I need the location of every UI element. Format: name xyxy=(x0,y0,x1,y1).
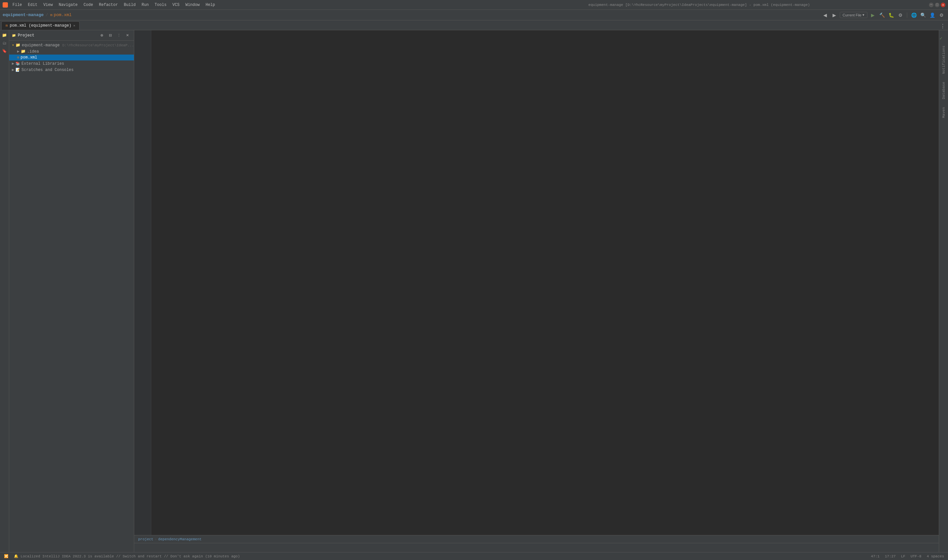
scratches-expand-icon: ▶ xyxy=(12,68,14,72)
tree-external-libraries[interactable]: ▶ 📚 External Libraries xyxy=(9,60,134,67)
menu-item-refactor[interactable]: Refactor xyxy=(96,2,121,8)
main-toolbar: equipment-manage / m pom.xml ◀ ▶ Current… xyxy=(0,10,948,20)
encoding-indicator[interactable]: UTF-8 xyxy=(909,554,923,558)
project-panel: 📁 Project ⊕ ⊟ ⋮ ✕ ▾ 📁 equipment-manage D… xyxy=(9,30,134,552)
database-label[interactable]: Database xyxy=(941,80,946,101)
gutter xyxy=(151,30,158,535)
breadcrumb-project[interactable]: project xyxy=(138,537,153,541)
tab-pom-xml[interactable]: m pom.xml (equipment-manage) ✕ xyxy=(1,22,80,30)
tab-label: pom.xml (equipment-manage) xyxy=(10,23,71,28)
indent-indicator[interactable]: 4 spaces xyxy=(925,554,945,558)
maven-label[interactable]: Maven xyxy=(941,105,946,120)
tab-close-button[interactable]: ✕ xyxy=(73,24,75,28)
project-folder-icon2: 📁 xyxy=(15,43,20,48)
run-config-button[interactable]: ⚙ xyxy=(896,11,904,19)
tab-more-button[interactable]: ⋮ xyxy=(939,22,947,30)
pom-file-label: pom.xml xyxy=(21,55,37,60)
bottom-tab-bar xyxy=(134,543,939,552)
breadcrumb-sep1: › xyxy=(154,537,157,541)
window-title: equipment-manage [D:\YhcResource\myProje… xyxy=(469,3,929,7)
toolbar-separator xyxy=(907,12,907,18)
close-button[interactable]: ✕ xyxy=(941,3,945,7)
ext-lib-expand-icon: ▶ xyxy=(12,61,14,66)
debug-button[interactable]: 🐛 xyxy=(887,11,895,19)
tab-bar: m pom.xml (equipment-manage) ✕ ⋮ xyxy=(0,20,948,30)
breadcrumb-dependency-management[interactable]: dependencyManagement xyxy=(158,537,202,541)
toolbar-file-name[interactable]: pom.xml xyxy=(54,12,72,17)
project-panel-header: 📁 Project ⊕ ⊟ ⋮ ✕ xyxy=(9,30,134,41)
main-content: 📁 🗂 🔖 📁 Project ⊕ ⊟ ⋮ ✕ ▾ 📁 equipment-ma… xyxy=(0,30,948,552)
window-controls[interactable]: ─ □ ✕ xyxy=(929,3,945,7)
project-close-button[interactable]: ✕ xyxy=(124,32,131,40)
ext-lib-label: External Libraries xyxy=(22,62,64,66)
project-collapse-button[interactable]: ⊟ xyxy=(106,32,114,40)
navigate-back-button[interactable]: ◀ xyxy=(821,11,829,19)
structure-toggle[interactable]: 🗂 xyxy=(1,40,8,47)
git-icon[interactable]: 🔀 xyxy=(3,554,10,558)
menu-item-run[interactable]: Run xyxy=(139,2,151,8)
tree-pom-file[interactable]: m pom.xml xyxy=(9,55,134,60)
line-sep-indicator[interactable]: LF xyxy=(900,554,906,558)
breadcrumb: project › dependencyManagement xyxy=(134,535,939,543)
menu-bar: FileEditViewNavigateCodeRefactorBuildRun… xyxy=(10,2,469,8)
menu-item-help[interactable]: Help xyxy=(203,2,218,8)
title-bar: FileEditViewNavigateCodeRefactorBuildRun… xyxy=(0,0,948,10)
tree-idea-folder[interactable]: ▶ 📁 .idea xyxy=(9,48,134,55)
pom-file-icon: m xyxy=(17,55,19,60)
menu-item-navigate[interactable]: Navigate xyxy=(56,2,80,8)
project-panel-title: Project xyxy=(18,33,34,38)
minimize-button[interactable]: ─ xyxy=(929,3,934,7)
notifications-label[interactable]: Notifications xyxy=(941,44,946,76)
tree-scratches[interactable]: ▶ 📝 Scratches and Consoles xyxy=(9,67,134,73)
project-expand-icon: ▾ xyxy=(12,43,14,48)
menu-item-tools[interactable]: Tools xyxy=(152,2,169,8)
code-editor[interactable] xyxy=(158,30,939,535)
run-button[interactable]: ▶ xyxy=(869,11,877,19)
project-folder-icon: 📁 xyxy=(12,34,16,37)
menu-item-window[interactable]: Window xyxy=(183,2,202,8)
navigate-forward-button[interactable]: ▶ xyxy=(831,11,838,19)
idea-folder-label: .idea xyxy=(27,49,39,54)
menu-item-view[interactable]: View xyxy=(41,2,56,8)
line-col-indicator[interactable]: 47:1 xyxy=(870,554,881,558)
project-root-name: equipment-manage xyxy=(22,43,60,48)
notification-text[interactable]: 🔔 Localized IntelliJ IDEA 2022.3 is avai… xyxy=(12,554,867,558)
menu-item-file[interactable]: File xyxy=(10,2,25,8)
menu-item-vcs[interactable]: VCS xyxy=(170,2,182,8)
maximize-button[interactable]: □ xyxy=(935,3,939,7)
menu-item-build[interactable]: Build xyxy=(121,2,138,8)
current-file-button[interactable]: Current File ▾ xyxy=(840,12,868,18)
app-icon xyxy=(3,2,8,8)
code-area xyxy=(134,30,939,535)
line-numbers xyxy=(134,30,151,535)
translate-button[interactable]: 🌐 xyxy=(910,11,918,19)
right-sidebar: ✓ Notifications Database Maven xyxy=(939,30,948,552)
editor-area: project › dependencyManagement xyxy=(134,30,939,552)
status-bar: 🔀 🔔 Localized IntelliJ IDEA 2022.3 is av… xyxy=(0,552,948,560)
ext-lib-icon: 📚 xyxy=(15,62,20,66)
menu-item-code[interactable]: Code xyxy=(81,2,96,8)
menu-item-edit[interactable]: Edit xyxy=(25,2,40,8)
scratches-icon: 📝 xyxy=(15,68,20,72)
pom-icon: m xyxy=(50,13,52,17)
project-locate-button[interactable]: ⊕ xyxy=(98,32,106,40)
checkmark-icon[interactable]: ✓ xyxy=(940,36,942,41)
project-options-button[interactable]: ⋮ xyxy=(115,32,123,40)
project-tree: ▾ 📁 equipment-manage D:\YhcResource\myPr… xyxy=(9,41,134,552)
settings-button[interactable]: ⚙ xyxy=(937,11,945,19)
idea-folder-icon: 📁 xyxy=(21,49,26,54)
search-everywhere-button[interactable]: 🔍 xyxy=(919,11,927,19)
left-icon-bar: 📁 🗂 🔖 xyxy=(0,30,9,552)
project-panel-toggle[interactable]: 📁 xyxy=(1,32,8,39)
status-right-group: 47:1 17:27 LF UTF-8 4 spaces xyxy=(870,554,945,558)
scratches-label: Scratches and Consoles xyxy=(22,68,73,72)
idea-expand-icon: ▶ xyxy=(17,49,19,54)
build-button[interactable]: 🔨 xyxy=(878,11,886,19)
project-root-path: D:\YhcResource\myProject\IdeaP... xyxy=(62,43,134,47)
time-indicator[interactable]: 17:27 xyxy=(883,554,897,558)
project-name-label[interactable]: equipment-manage xyxy=(3,12,44,17)
bookmarks-toggle[interactable]: 🔖 xyxy=(1,47,8,55)
tree-root-item[interactable]: ▾ 📁 equipment-manage D:\YhcResource\myPr… xyxy=(9,42,134,48)
project-header-icons: ⊕ ⊟ ⋮ ✕ xyxy=(98,32,131,40)
user-profile-button[interactable]: 👤 xyxy=(928,11,936,19)
